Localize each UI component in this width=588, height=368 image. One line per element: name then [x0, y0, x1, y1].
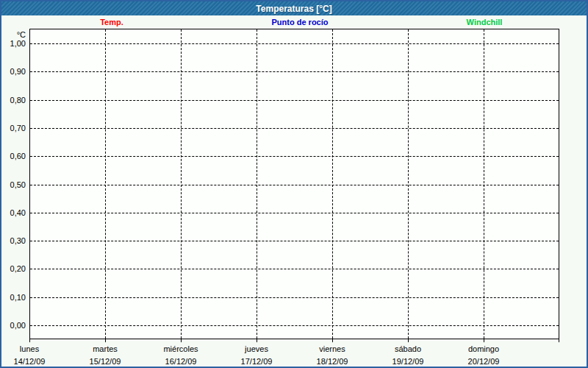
- h-gridline: [30, 269, 559, 269]
- v-gridline: [257, 29, 257, 339]
- y-tick-label: 0,40: [1, 208, 26, 217]
- y-tick-label: 0,50: [1, 180, 26, 189]
- x-day-label: martes: [93, 344, 118, 353]
- x-date-label: 15/12/09: [90, 357, 121, 366]
- x-day-label: domingo: [468, 344, 499, 353]
- h-gridline: [30, 185, 559, 185]
- y-tick-label: 0,20: [1, 264, 26, 273]
- x-axis-tick: [559, 339, 559, 342]
- y-tick-label: 0,80: [1, 96, 26, 105]
- x-axis-tick: [257, 339, 257, 342]
- plot-area: [29, 29, 559, 339]
- x-axis-tick: [29, 339, 30, 342]
- y-tick-label: 0,10: [1, 293, 26, 302]
- x-date-label: 18/12/09: [317, 357, 348, 366]
- x-date-label: 17/12/09: [241, 357, 273, 366]
- h-gridline: [30, 156, 559, 157]
- x-date-label: 16/12/09: [165, 357, 197, 366]
- legend-item-windchill: Windchill: [467, 18, 503, 27]
- y-tick-label: 0,60: [1, 152, 26, 160]
- x-axis-tick: [408, 339, 409, 342]
- y-tick-label: 0,70: [1, 124, 26, 132]
- h-gridline: [30, 297, 559, 298]
- v-gridline: [332, 29, 333, 339]
- h-gridline: [30, 213, 559, 213]
- x-day-label: sábado: [395, 344, 421, 353]
- x-date-label: 20/12/09: [468, 357, 500, 366]
- legend-item-dew-point: Punto de rocío: [272, 18, 329, 27]
- h-gridline: [30, 128, 559, 129]
- h-gridline: [30, 43, 559, 44]
- x-axis-tick: [181, 339, 182, 342]
- x-axis-tick: [105, 339, 106, 342]
- x-axis-tick: [332, 339, 333, 342]
- chart-title: Temperaturas [°C]: [256, 4, 331, 14]
- x-day-label: lunes: [20, 344, 39, 353]
- y-tick-label: 0,30: [1, 236, 26, 245]
- legend-item-temp: Temp.: [100, 18, 123, 27]
- y-tick-label: 1,00: [1, 39, 26, 48]
- h-gridline: [30, 325, 559, 326]
- h-gridline: [30, 71, 559, 72]
- h-gridline: [30, 241, 559, 241]
- x-day-label: viernes: [319, 344, 345, 353]
- v-gridline: [105, 29, 106, 339]
- x-day-label: jueves: [245, 344, 268, 353]
- x-date-label: 19/12/09: [392, 357, 424, 366]
- x-date-label: 14/12/09: [14, 357, 46, 366]
- v-gridline: [484, 29, 484, 339]
- v-gridline: [408, 29, 409, 339]
- y-tick-label: 0,00: [1, 321, 26, 330]
- x-day-label: miércoles: [163, 344, 198, 353]
- v-gridline: [181, 29, 182, 339]
- chart-title-bar: Temperaturas [°C]: [1, 1, 587, 15]
- y-axis-unit-label: °C: [1, 30, 26, 39]
- x-axis-tick: [484, 339, 484, 342]
- h-gridline: [30, 100, 559, 101]
- y-tick-label: 0,90: [1, 67, 26, 76]
- chart-window: Temperaturas [°C] Temp. Punto de rocío W…: [0, 0, 588, 368]
